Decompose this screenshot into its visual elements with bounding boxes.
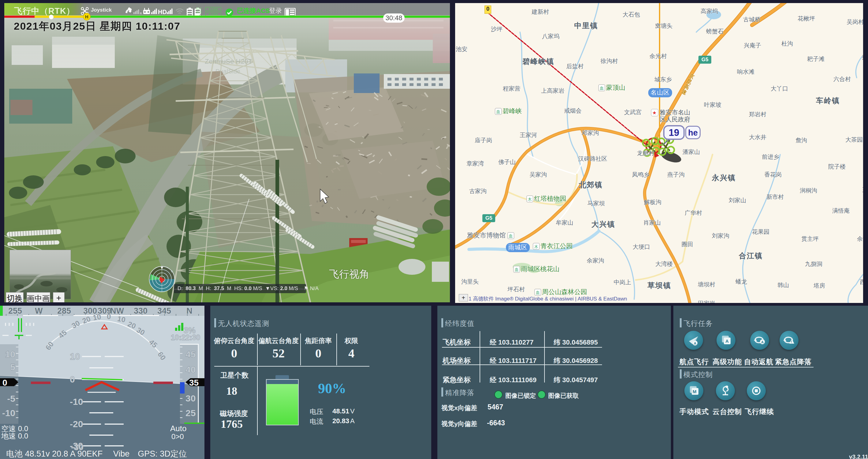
svg-text:空速 0.0: 空速 0.0 <box>1 424 28 433</box>
svg-text:HD: HD <box>158 8 167 15</box>
svg-text:0: 0 <box>2 378 7 388</box>
svg-text:地速 0.0: 地速 0.0 <box>1 432 28 440</box>
svg-text:A: A <box>725 338 729 344</box>
svg-text:Auto: Auto <box>170 424 187 433</box>
svg-text:45: 45 <box>185 349 195 359</box>
svg-text:A: A <box>694 341 696 345</box>
svg-text:10: 10 <box>92 312 102 322</box>
svg-text:-5: -5 <box>7 394 15 404</box>
svg-text:M: M <box>693 389 696 394</box>
svg-text:40: 40 <box>185 364 195 374</box>
svg-text:330: 330 <box>134 306 148 315</box>
svg-text:0: 0 <box>171 270 173 273</box>
svg-text:345: 345 <box>157 306 171 315</box>
svg-text:10: 10 <box>117 314 126 324</box>
svg-text:5: 5 <box>10 362 15 372</box>
svg-text:0: 0 <box>70 374 75 384</box>
svg-text:10: 10 <box>70 351 80 361</box>
svg-text:35: 35 <box>189 378 199 388</box>
svg-text:A: A <box>761 340 764 344</box>
svg-text:!: ! <box>791 340 792 344</box>
svg-text:NW: NW <box>110 306 124 315</box>
svg-text:30: 30 <box>185 393 195 403</box>
svg-text:电池 48.51v 20.8 A 90EKF Vibe G: 电池 48.51v 20.8 A 90EKF Vibe GPS: 3D定位 <box>6 449 187 458</box>
svg-text:0>0: 0>0 <box>172 432 184 441</box>
svg-text:0: 0 <box>107 312 111 321</box>
svg-text:25: 25 <box>185 408 195 418</box>
svg-text:-10: -10 <box>70 397 83 407</box>
svg-text:255: 255 <box>8 306 22 315</box>
svg-text:-20: -20 <box>70 419 83 429</box>
svg-text:W: W <box>35 306 43 315</box>
svg-text:-10: -10 <box>2 408 15 418</box>
svg-text:10:22:30: 10:22:30 <box>171 333 200 341</box>
svg-text:R: R <box>140 12 142 15</box>
svg-text:285: 285 <box>57 306 71 315</box>
svg-text:10: 10 <box>5 349 15 359</box>
